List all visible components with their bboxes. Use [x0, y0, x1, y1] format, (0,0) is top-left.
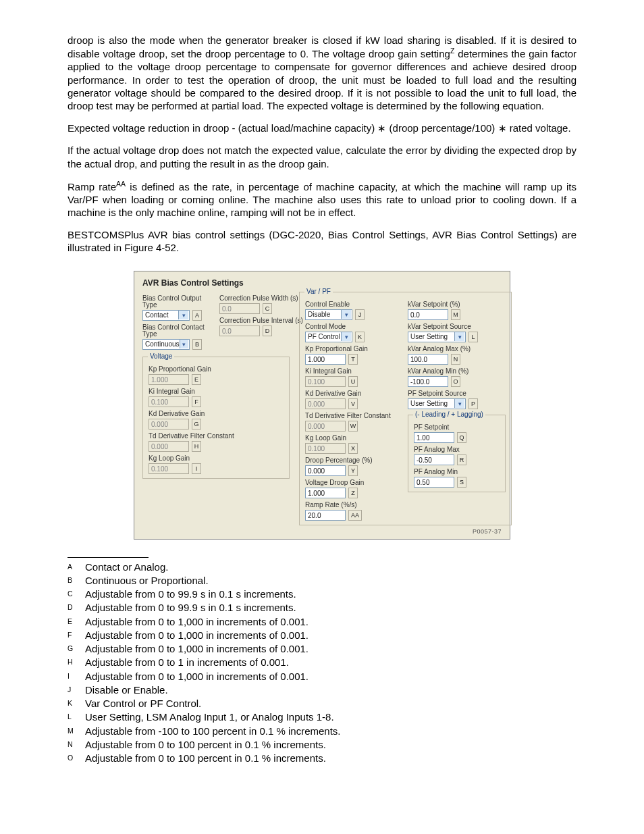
para-3: If the actual voltage drop does not matc…	[68, 144, 576, 170]
pf-src-value: User Setting	[410, 399, 448, 409]
pf-max-input[interactable]: -0.50	[414, 454, 454, 465]
kvar-min-label: kVar Analog Min (%)	[408, 368, 506, 375]
kvar-src-label: kVar Setpoint Source	[408, 323, 506, 330]
para-4: Ramp rateAA is defined as the rate, in p…	[68, 180, 576, 219]
tag-q: Q	[457, 432, 466, 443]
footnote-key: F	[68, 629, 85, 642]
chevron-down-icon	[341, 310, 351, 319]
leadlag-legend: (- Leading / + Lagging)	[413, 411, 485, 418]
vp-kg-input[interactable]: 0.100	[305, 443, 346, 454]
footnote-key: O	[68, 752, 85, 765]
vp-ki-label: Ki Integral Gain	[305, 368, 400, 375]
footnote-value: Adjustable from 0 to 100 percent in 0.1 …	[85, 738, 576, 752]
pf-min-label: PF Analog Min	[414, 469, 500, 475]
para-4-sup: AA	[116, 180, 126, 188]
v-td-label: Td Derivative Filter Constant	[149, 433, 284, 440]
para-4-b: is defined as the rate, in percentage of…	[68, 181, 576, 218]
tag-l: L	[468, 332, 478, 342]
chevron-down-icon	[454, 399, 464, 408]
vp-kd-input[interactable]: 0.000	[305, 398, 346, 409]
footnote-key: D	[68, 601, 85, 615]
vdroop-gain-input[interactable]: 1.000	[305, 488, 346, 498]
tag-u: U	[348, 376, 358, 387]
body-text: droop is also the mode when the generato…	[68, 34, 576, 255]
tag-j: J	[355, 309, 365, 320]
kvar-src-dropdown[interactable]: User Setting	[408, 332, 466, 342]
footnote-value: Adjustable from 0 to 100 percent in 0.1 …	[85, 752, 576, 765]
tag-v: V	[348, 398, 358, 409]
tag-c: C	[263, 303, 272, 314]
para-1: droop is also the mode when the generato…	[68, 34, 576, 112]
tag-x: X	[348, 443, 358, 454]
control-mode-value: PF Control	[308, 332, 340, 342]
kvar-max-input[interactable]: 100.0	[408, 354, 448, 365]
dialog-col-3: kVar Setpoint (%) 0.0M kVar Setpoint Sou…	[408, 298, 506, 521]
tag-o: O	[451, 376, 460, 387]
vp-td-label: Td Derivative Filter Constant	[305, 413, 400, 419]
chevron-down-icon	[178, 311, 188, 319]
v-td-input[interactable]: 0.000	[149, 441, 189, 452]
droop-pct-input[interactable]: 0.000	[305, 465, 346, 476]
v-kg-input[interactable]: 0.100	[149, 463, 189, 474]
vp-td-input[interactable]: 0.000	[305, 421, 346, 432]
control-enable-dropdown[interactable]: Disable	[305, 309, 352, 320]
pf-max-label: PF Analog Max	[414, 446, 500, 453]
chevron-down-icon	[341, 332, 351, 341]
vp-kg-label: Kg Loop Gain	[305, 435, 400, 442]
v-kd-input[interactable]: 0.000	[149, 419, 189, 429]
v-kp-input[interactable]: 1.000	[149, 374, 189, 385]
footnote-key: G	[68, 642, 85, 656]
droop-pct-label: Droop Percentage (%)	[305, 457, 400, 464]
kvar-set-label: kVar Setpoint (%)	[408, 301, 506, 308]
vp-kp-label: Kp Proportional Gain	[305, 346, 400, 353]
pf-src-dropdown[interactable]: User Setting	[408, 398, 466, 409]
bias-contact-type-label: Bias Control Contact Type	[142, 324, 213, 338]
ramp-rate-input[interactable]: 20.0	[305, 510, 346, 521]
control-enable-label: Control Enable	[305, 301, 400, 308]
footnote-key: J	[68, 683, 85, 697]
kvar-min-input[interactable]: -100.0	[408, 376, 448, 387]
footnote-key: I	[68, 670, 85, 683]
kvar-set-input[interactable]: 0.0	[408, 309, 448, 320]
corr-pulse-width-input[interactable]: 0.0	[219, 303, 260, 314]
footnote-value: Continuous or Proportional.	[85, 574, 576, 588]
pf-min-input[interactable]: 0.50	[414, 477, 454, 488]
kvar-src-value: User Setting	[410, 332, 448, 342]
tag-m: M	[451, 309, 460, 320]
tag-n: N	[451, 354, 460, 365]
tag-t: T	[348, 354, 358, 365]
control-mode-dropdown[interactable]: PF Control	[305, 332, 352, 342]
footnote-value: Var Control or PF Control.	[85, 697, 576, 710]
pf-src-label: PF Setpoint Source	[408, 390, 506, 397]
para-4-a: Ramp rate	[68, 181, 116, 192]
footnote-key: M	[68, 725, 85, 738]
tag-f: F	[192, 396, 201, 407]
vp-kp-input[interactable]: 1.000	[305, 354, 346, 365]
vp-kd-label: Kd Derivative Gain	[305, 390, 400, 397]
bias-contact-type-dropdown[interactable]: Continuous	[142, 339, 190, 350]
footnote-key: H	[68, 656, 85, 669]
bias-output-type-dropdown[interactable]: Contact	[142, 310, 190, 321]
tag-g: G	[192, 419, 201, 429]
footnote-value: Adjustable from -100 to 100 percent in 0…	[85, 725, 576, 738]
footnote-value: Adjustable from 0 to 99.9 s in 0.1 s inc…	[85, 588, 576, 601]
avr-bias-dialog: AVR Bias Control Settings Bias Control O…	[134, 271, 510, 540]
v-ki-label: Ki Integral Gain	[149, 388, 284, 395]
v-ki-input[interactable]: 0.100	[149, 396, 189, 407]
v-kp-label: Kp Proportional Gain	[149, 366, 284, 373]
dialog-col-1: Bias Control Output Type Contact A Bias …	[142, 292, 290, 525]
footnote-key: N	[68, 738, 85, 752]
footnote-value: Adjustable from 0 to 1 in increments of …	[85, 656, 576, 669]
control-mode-label: Control Mode	[305, 323, 400, 330]
vp-ki-input[interactable]: 0.100	[305, 376, 346, 387]
dialog-title: AVR Bias Control Settings	[142, 278, 502, 288]
pf-set-input[interactable]: 1.00	[414, 432, 454, 443]
corr-pulse-width-label: Correction Pulse Width (s)	[219, 295, 290, 302]
corr-pulse-interval-input[interactable]: 0.0	[219, 325, 260, 336]
footnote-key: C	[68, 588, 85, 601]
chevron-down-icon	[454, 332, 464, 341]
tag-b: B	[192, 339, 202, 350]
para-5: BESTCOMSPlus AVR bias control settings (…	[68, 228, 576, 254]
voltage-group: Voltage Kp Proportional Gain 1.000E Ki I…	[142, 357, 290, 479]
pf-set-label: PF Setpoint	[414, 424, 500, 431]
